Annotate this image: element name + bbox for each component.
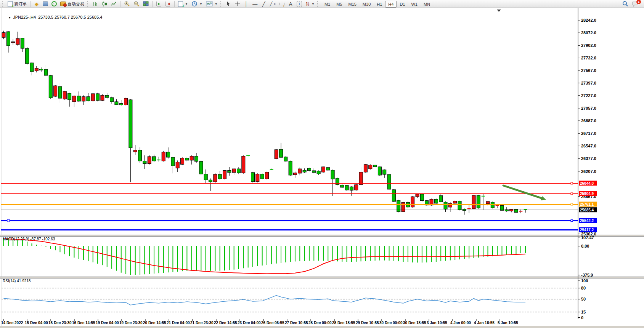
- svg-text:28242.0: 28242.0: [581, 18, 596, 22]
- candle: [340, 184, 344, 188]
- auto-scroll-button[interactable]: [154, 0, 163, 8]
- svg-text:25904.9: 25904.9: [580, 192, 594, 196]
- timeframe-button-M15[interactable]: M15: [345, 1, 359, 8]
- new-order-icon: +: [8, 1, 13, 7]
- svg-text:19 Dec 04:00: 19 Dec 04:00: [96, 321, 119, 325]
- channel-tool-button[interactable]: ╱E: [268, 0, 277, 8]
- text-tool-button[interactable]: A: [286, 0, 295, 8]
- svg-text:28072.0: 28072.0: [581, 30, 596, 35]
- svg-text:25685.4: 25685.4: [580, 208, 594, 212]
- svg-text:30 Dec 00:00: 30 Dec 00:00: [379, 321, 403, 325]
- candle: [162, 151, 165, 162]
- zoom-out-button[interactable]: [132, 0, 141, 8]
- indicators-button[interactable]: ▼: [204, 0, 219, 8]
- svg-text:15 Dec 04:00: 15 Dec 04:00: [25, 321, 48, 325]
- search-button[interactable]: [621, 0, 630, 8]
- market-watch-icon: ◆: [35, 2, 39, 6]
- period-clock-button[interactable]: ▼: [190, 0, 204, 8]
- chevron-down-icon: ▼: [312, 2, 315, 6]
- bar-chart-mode-button[interactable]: [91, 0, 100, 8]
- timeframe-button-M5[interactable]: M5: [333, 1, 345, 8]
- auto-trading-button[interactable]: 自动交易: [59, 0, 86, 8]
- tile-windows-button[interactable]: [141, 0, 150, 8]
- svg-text:27057.0: 27057.0: [581, 106, 596, 110]
- hline-handle[interactable]: [571, 203, 573, 205]
- timeframe-button-D1[interactable]: D1: [397, 1, 408, 8]
- candle: [491, 202, 494, 208]
- line-chart-mode-button[interactable]: [109, 0, 118, 8]
- candle: [54, 85, 57, 97]
- candle: [453, 201, 457, 204]
- svg-text:27 Dec 10:55: 27 Dec 10:55: [285, 321, 308, 325]
- trendline-tool-button[interactable]: ╱: [260, 0, 268, 8]
- candle: [336, 178, 339, 185]
- indicators-icon: [206, 1, 213, 6]
- signals-button[interactable]: [50, 0, 58, 8]
- data-window-button[interactable]: [41, 0, 50, 8]
- hline-handle[interactable]: [571, 182, 573, 184]
- arrows-tool-button[interactable]: ⇅ ▼: [304, 0, 316, 8]
- timeframe-button-W1[interactable]: W1: [408, 1, 421, 8]
- candle: [91, 93, 95, 102]
- timeframe-button-MN[interactable]: MN: [421, 1, 433, 8]
- candle: [256, 173, 259, 182]
- candle: [401, 202, 405, 212]
- timeframe-button-M30[interactable]: M30: [360, 1, 374, 8]
- horizontal-line-tool-button[interactable]: —: [251, 0, 259, 8]
- new-chart-button[interactable]: + ▼: [177, 0, 190, 8]
- candle: [96, 93, 100, 102]
- zoom-out-icon: [133, 1, 140, 7]
- toolbar-grip[interactable]: [87, 1, 89, 7]
- signal-icon: [51, 1, 57, 6]
- svg-text:28 Dec 00:00: 28 Dec 00:00: [308, 321, 332, 325]
- trendline-icon: ╱: [262, 2, 265, 6]
- search-icon: [622, 1, 628, 7]
- svg-text:107.47: 107.47: [581, 235, 594, 240]
- hline-handle[interactable]: [7, 219, 10, 222]
- chart-dropdown-icon[interactable]: ▼: [8, 16, 11, 19]
- candlestick-icon: [102, 1, 108, 7]
- svg-text:27732.0: 27732.0: [581, 56, 596, 60]
- svg-text:21 Dec 23:30: 21 Dec 23:30: [190, 321, 214, 325]
- candle: [260, 173, 264, 179]
- zoom-in-button[interactable]: [122, 0, 132, 8]
- candle: [26, 47, 29, 65]
- notifications-button[interactable]: 1: [630, 0, 640, 8]
- cursor-tool-button[interactable]: [225, 0, 233, 8]
- equidistant-channel-icon: ╱: [270, 2, 273, 6]
- fibonacci-icon: F: [279, 2, 284, 6]
- text-label-tool-button[interactable]: T: [295, 0, 304, 8]
- fibonacci-tool-button[interactable]: F: [278, 0, 286, 8]
- vertical-line-tool-button[interactable]: │: [242, 0, 251, 8]
- toolbar-grip[interactable]: [317, 1, 320, 7]
- svg-text:25417.2: 25417.2: [580, 228, 594, 232]
- toolbar-grip[interactable]: [2, 1, 4, 7]
- toolbar-separator: [174, 1, 175, 7]
- crosshair-tool-button[interactable]: [233, 0, 242, 8]
- svg-text:-375.9: -375.9: [581, 273, 593, 277]
- clock-icon: [191, 1, 198, 7]
- timeframe-button-M1[interactable]: M1: [321, 1, 333, 8]
- svg-text:16 Dec 14:55: 16 Dec 14:55: [72, 321, 95, 325]
- timeframe-button-H4[interactable]: H4: [385, 1, 397, 8]
- svg-text:21 Dec 04:00: 21 Dec 04:00: [167, 321, 190, 325]
- chart-window[interactable]: 28242.028072.027902.027732.027567.027397…: [0, 8, 644, 328]
- toolbar-grip[interactable]: [220, 1, 223, 7]
- chevron-down-icon: ▼: [199, 2, 202, 6]
- chart-shift-button[interactable]: [164, 0, 172, 8]
- market-watch-button[interactable]: ◆: [32, 0, 41, 8]
- svg-text:26547.0: 26547.0: [581, 144, 596, 148]
- timeframe-button-H1[interactable]: H1: [374, 1, 385, 8]
- toolbar: + 新订单 ◆ 自动交易 + ▼ ▼: [0, 0, 644, 8]
- new-order-button[interactable]: + 新订单: [6, 0, 28, 8]
- new-chart-icon: +: [178, 1, 183, 7]
- hline-handle[interactable]: [571, 220, 573, 222]
- candlestick-mode-button[interactable]: [100, 0, 109, 8]
- chart-canvas[interactable]: 28242.028072.027902.027732.027567.027397…: [0, 8, 644, 328]
- chevron-down-icon: ▼: [185, 2, 188, 6]
- svg-text:5 Jan 10:55: 5 Jan 10:55: [498, 321, 518, 325]
- hline-handle[interactable]: [571, 193, 573, 195]
- tile-windows-icon: [143, 1, 149, 6]
- toolbar-separator: [152, 1, 153, 7]
- auto-trading-label: 自动交易: [67, 1, 84, 7]
